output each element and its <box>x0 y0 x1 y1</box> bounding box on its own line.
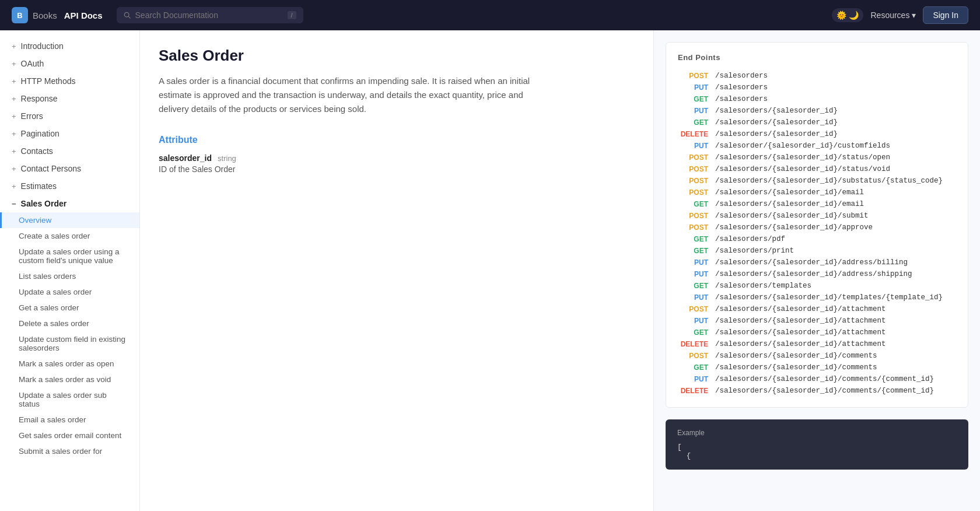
sidebar-sub-item-mark-open[interactable]: Mark a sales order as open <box>0 356 139 372</box>
plus-icon: + <box>12 60 16 68</box>
method-badge: POST <box>678 165 708 173</box>
sidebar-item-pagination[interactable]: + Pagination <box>0 125 139 142</box>
method-badge: POST <box>678 352 708 360</box>
endpoint-path: /salesorders/{salesorder_id}/comments/{c… <box>715 387 934 395</box>
endpoint-path: /salesorders/{salesorder_id}/submit <box>715 212 869 220</box>
sidebar-item-label: Response <box>21 94 58 103</box>
sidebar-item-response[interactable]: + Response <box>0 90 139 107</box>
endpoint-row: POST/salesorders/{salesorder_id}/approve <box>678 222 956 233</box>
method-badge: PUT <box>678 317 708 325</box>
sidebar-sub-item-update[interactable]: Update a sales order <box>0 284 139 300</box>
endpoint-row: POST/salesorders/{salesorder_id}/attachm… <box>678 303 956 315</box>
endpoint-path: /salesorders/{salesorder_id}/approve <box>715 223 873 232</box>
sidebar-item-errors[interactable]: + Errors <box>0 107 139 125</box>
endpoint-row: GET/salesorders/print <box>678 245 956 257</box>
attribute-details: salesorder_id string ID of the Sales Ord… <box>159 153 236 174</box>
method-badge: PUT <box>678 258 708 267</box>
sidebar: + Introduction + OAuth + HTTP Methods + … <box>0 30 140 511</box>
method-badge: PUT <box>678 83 708 92</box>
example-code: [ { <box>677 443 957 460</box>
sidebar-item-introduction[interactable]: + Introduction <box>0 37 139 55</box>
sidebar-item-label: Contacts <box>21 146 53 156</box>
sidebar-item-http-methods[interactable]: + HTTP Methods <box>0 72 139 90</box>
sidebar-sub-item-list[interactable]: List sales orders <box>0 268 139 284</box>
plus-icon: + <box>12 94 16 103</box>
endpoint-path: /salesorders/{salesorder_id}/substatus/{… <box>715 177 943 185</box>
search-kbd: / <box>288 11 296 19</box>
method-badge: GET <box>678 118 708 127</box>
sidebar-sub-item-get[interactable]: Get a sales order <box>0 300 139 316</box>
endpoint-row: DELETE/salesorders/{salesorder_id}/attac… <box>678 338 956 350</box>
sidebar-item-label: Estimates <box>21 181 57 191</box>
sidebar-sub-item-create[interactable]: Create a sales order <box>0 228 139 244</box>
endpoint-path: /salesorders <box>715 83 768 92</box>
sidebar-item-contacts[interactable]: + Contacts <box>0 142 139 160</box>
sidebar-sub-item-overview[interactable]: Overview <box>0 212 139 228</box>
plus-icon: + <box>12 182 16 191</box>
method-badge: GET <box>678 95 708 103</box>
endpoint-row: PUT/salesorders/{salesorder_id}/attachme… <box>678 315 956 327</box>
sidebar-sub-item-delete[interactable]: Delete a sales order <box>0 316 139 331</box>
endpoint-row: POST/salesorders/{salesorder_id}/substat… <box>678 175 956 187</box>
sidebar-item-oauth[interactable]: + OAuth <box>0 55 139 72</box>
chevron-down-icon: ▾ <box>912 10 916 20</box>
method-badge: POST <box>678 72 708 80</box>
endpoint-row: POST/salesorders <box>678 70 956 82</box>
endpoint-path: /salesorders/{salesorder_id}/status/open <box>715 153 890 162</box>
endpoint-path: /salesorders/{salesorder_id}/email <box>715 188 864 197</box>
endpoint-path: /salesorders/{salesorder_id}/comments/{c… <box>715 375 934 383</box>
sidebar-sub-item-submit[interactable]: Submit a sales order for <box>0 443 139 459</box>
sidebar-sub-item-update-sub-status[interactable]: Update a sales order sub status <box>0 387 139 412</box>
theme-toggle[interactable]: 🌞 🌙 <box>832 8 863 22</box>
sidebar-item-label: Sales Order <box>21 199 67 208</box>
endpoint-path: /salesorders/{salesorder_id} <box>715 118 838 127</box>
sidebar-item-contact-persons[interactable]: + Contact Persons <box>0 160 139 177</box>
method-badge: DELETE <box>678 340 708 348</box>
endpoints-title: End Points <box>678 53 956 62</box>
sidebar-item-estimates[interactable]: + Estimates <box>0 177 139 195</box>
method-badge: GET <box>678 235 708 243</box>
method-badge: PUT <box>678 375 708 383</box>
topnav-right: 🌞 🌙 Resources ▾ Sign In <box>832 6 968 24</box>
plus-icon: + <box>12 42 16 51</box>
endpoint-row: GET/salesorders <box>678 93 956 105</box>
signin-button[interactable]: Sign In <box>923 6 968 24</box>
sidebar-item-label: Errors <box>21 111 43 121</box>
sidebar-item-label: Pagination <box>21 129 60 138</box>
method-badge: PUT <box>678 270 708 278</box>
endpoint-row: GET/salesorders/{salesorder_id}/email <box>678 198 956 210</box>
endpoint-path: /salesorders/{salesorder_id}/templates/{… <box>715 293 943 302</box>
plus-icon: + <box>12 130 16 138</box>
sidebar-sub-item-update-custom[interactable]: Update a sales order using a custom fiel… <box>0 244 139 268</box>
resources-button[interactable]: Resources ▾ <box>870 10 916 20</box>
method-badge: POST <box>678 305 708 313</box>
endpoint-path: /salesorders/{salesorder_id} <box>715 107 838 115</box>
brace-open: { <box>687 452 691 460</box>
sidebar-sub-item-mark-void[interactable]: Mark a sales order as void <box>0 372 139 387</box>
sidebar-item-sales-order[interactable]: − Sales Order <box>0 195 139 212</box>
sidebar-sub-item-email[interactable]: Email a sales order <box>0 412 139 428</box>
search-input[interactable] <box>135 10 283 20</box>
endpoint-path: /salesorders/{salesorder_id}/attachment <box>715 317 886 325</box>
method-badge: GET <box>678 200 708 208</box>
endpoint-row: POST/salesorders/{salesorder_id}/status/… <box>678 152 956 163</box>
sidebar-item-label: Introduction <box>21 41 64 51</box>
endpoint-row: POST/salesorders/{salesorder_id}/email <box>678 187 956 198</box>
attr-name: salesorder_id <box>159 153 212 163</box>
method-badge: PUT <box>678 142 708 150</box>
method-badge: GET <box>678 247 708 255</box>
top-navigation: B Books API Docs / 🌞 🌙 Resources ▾ Sign … <box>0 0 980 30</box>
plus-icon: + <box>12 112 16 121</box>
attribute-section: Attribute salesorder_id string ID of the… <box>159 135 635 174</box>
endpoint-row: PUT/salesorders/{salesorder_id}/address/… <box>678 257 956 268</box>
right-panel: End Points POST/salesordersPUT/salesorde… <box>653 30 980 511</box>
method-badge: GET <box>678 282 708 290</box>
sidebar-sub-item-update-custom-existing[interactable]: Update custom field in existing salesord… <box>0 331 139 356</box>
endpoint-row: DELETE/salesorders/{salesorder_id}/comme… <box>678 385 956 397</box>
endpoint-path: /salesorder/{salesorder_id}/customfields <box>715 142 890 150</box>
search-bar[interactable]: / <box>117 7 303 23</box>
method-badge: DELETE <box>678 130 708 138</box>
endpoint-path: /salesorders <box>715 72 768 80</box>
endpoint-row: PUT/salesorders/{salesorder_id} <box>678 105 956 117</box>
sidebar-sub-item-email-content[interactable]: Get sales order email content <box>0 428 139 443</box>
